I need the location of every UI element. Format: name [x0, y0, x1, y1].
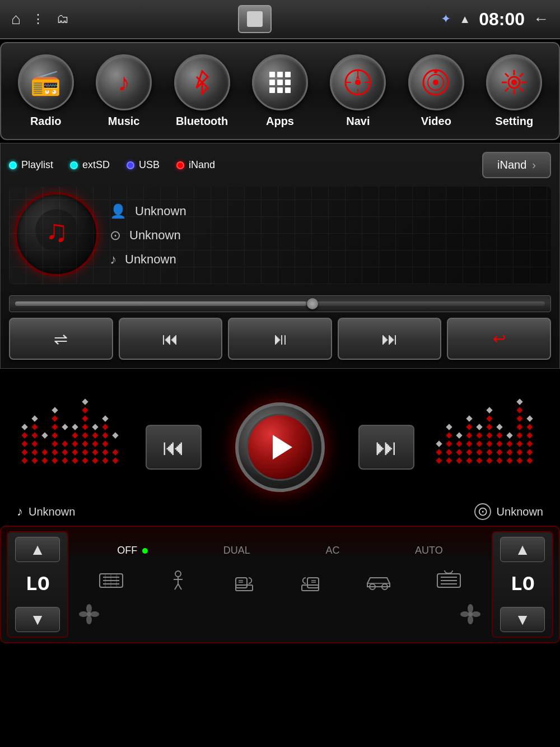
next-button[interactable]: ⏭ — [338, 318, 442, 360]
progress-track — [15, 301, 545, 306]
music-note-small-icon: ♪ — [17, 504, 23, 519]
svg-line-21 — [520, 73, 523, 77]
climate-auto-button[interactable]: AUTO — [409, 542, 449, 559]
play-pause-icon: ⏯ — [272, 330, 288, 349]
svg-rect-146 — [307, 578, 319, 588]
music-note-icon: ♫ — [34, 208, 79, 261]
active-source-label: iNand — [497, 159, 526, 171]
bottom-album-text: Unknown — [497, 505, 543, 518]
tab-extsd[interactable]: extSD — [70, 159, 110, 171]
source-arrow-icon: › — [532, 159, 536, 171]
car-ac-icon[interactable] — [365, 571, 393, 591]
home-icon[interactable]: ⌂ — [11, 10, 21, 28]
fan-right-icon[interactable] — [458, 602, 483, 627]
status-right: ✦ ▲ 08:00 ← — [441, 9, 549, 30]
stop-icon — [247, 11, 263, 27]
inand-dot — [176, 161, 184, 169]
radio-icon-circle: 📻 — [18, 54, 74, 110]
seat-heat-icon[interactable] — [167, 569, 189, 592]
climate-control: ▲ LO ▼ OFF DUAL AC AUTO — [0, 526, 560, 643]
right-down-arrow-icon: ▼ — [515, 611, 530, 629]
off-indicator-dot — [142, 548, 148, 554]
sidebar-item-setting[interactable]: Setting — [486, 54, 542, 128]
tab-playlist[interactable]: Playlist — [9, 159, 53, 171]
shuffle-button[interactable]: ⇌ — [9, 318, 113, 360]
bluetooth-nav-icon-circle — [174, 54, 230, 110]
previous-button[interactable]: ⏮ — [119, 318, 223, 360]
sidebar-item-bluetooth[interactable]: Bluetooth — [174, 54, 230, 128]
sidebar-item-radio[interactable]: 📻 Radio — [18, 54, 74, 128]
right-up-arrow-icon: ▲ — [515, 541, 530, 559]
sidebar-item-navi[interactable]: Navi — [330, 54, 386, 128]
extsd-label: extSD — [82, 159, 110, 171]
album-name: Unknown — [129, 228, 181, 243]
bottom-play-inner-circle — [246, 414, 314, 481]
stop-button[interactable] — [238, 5, 272, 33]
climate-dual-button[interactable]: DUAL — [218, 542, 256, 559]
inand-label: iNand — [189, 159, 215, 171]
music-label: Music — [108, 115, 140, 128]
tab-usb[interactable]: USB — [127, 159, 160, 171]
usb-dot — [127, 161, 134, 169]
fan-left-icon[interactable] — [77, 602, 102, 627]
svg-point-164 — [468, 615, 473, 624]
play-pause-button[interactable]: ⏯ — [228, 318, 332, 360]
svg-point-159 — [86, 615, 92, 624]
progress-thumb[interactable] — [307, 298, 318, 309]
right-temp-down-button[interactable]: ▼ — [500, 607, 545, 632]
music-icon: ♪ — [118, 68, 130, 96]
music-icon-circle: ♪ — [96, 54, 152, 110]
left-temp-control: ▲ LO ▼ — [7, 531, 68, 638]
track-title: Unknown — [125, 252, 176, 267]
status-bar: ⌂ ⋮ 🗂 ✦ ▲ 08:00 ← — [0, 0, 560, 39]
seat-heat-left-icon[interactable] — [233, 569, 255, 592]
navi-label: Navi — [346, 115, 370, 128]
svg-point-11 — [433, 80, 438, 85]
repeat-icon: ↩ — [493, 330, 506, 348]
climate-off-button[interactable]: OFF — [111, 542, 153, 559]
music-player: Playlist extSD USB iNand iNand › — [0, 143, 560, 369]
bottom-track-title: ♪ Unknown — [17, 503, 75, 520]
apps-grid-icon — [269, 72, 291, 93]
source-tabs-list: Playlist extSD USB iNand — [9, 159, 215, 171]
sidebar-item-music[interactable]: ♪ Music — [96, 54, 152, 128]
svg-marker-8 — [356, 74, 360, 80]
svg-point-158 — [86, 604, 92, 613]
back-button[interactable]: ← — [533, 10, 549, 28]
rear-defrost-icon[interactable] — [99, 569, 124, 592]
bottom-play-button[interactable] — [235, 402, 325, 492]
bottom-title-text: Unknown — [29, 505, 75, 518]
bottom-next-button[interactable]: ⏭ — [358, 425, 414, 470]
svg-line-140 — [175, 584, 178, 590]
left-temp-down-button[interactable]: ▼ — [15, 607, 60, 632]
progress-bar[interactable] — [9, 295, 551, 312]
sd-icon: 🗂 — [57, 12, 69, 26]
left-temp-up-button[interactable]: ▲ — [15, 537, 60, 562]
bottom-previous-button[interactable]: ⏮ — [146, 425, 202, 470]
menu-icon[interactable]: ⋮ — [32, 12, 45, 26]
svg-line-20 — [520, 88, 523, 91]
video-icon-circle — [408, 54, 464, 110]
sidebar-item-video[interactable]: Video — [408, 54, 464, 128]
repeat-button[interactable]: ↩ — [447, 318, 551, 360]
front-defrost-icon[interactable] — [436, 569, 461, 592]
disc-icon: ⊙ — [110, 228, 121, 243]
seat-heat-right-icon[interactable] — [299, 569, 321, 592]
right-temp-up-button[interactable]: ▲ — [500, 537, 545, 562]
climate-modes-row: OFF DUAL AC AUTO — [74, 539, 486, 562]
album-row: ⊙ Unknown — [110, 228, 545, 243]
extsd-dot — [70, 161, 78, 169]
climate-ac-button[interactable]: AC — [320, 542, 345, 559]
climate-icons-row — [74, 567, 486, 595]
svg-line-19 — [505, 73, 508, 77]
svg-point-165 — [460, 611, 469, 617]
tab-inand[interactable]: iNand — [176, 159, 215, 171]
sidebar-item-apps[interactable]: Apps — [252, 54, 308, 128]
svg-line-22 — [505, 88, 508, 91]
radio-icon: 📻 — [30, 68, 61, 97]
left-temp-value: LO — [25, 573, 49, 596]
active-source-button[interactable]: iNand › — [482, 152, 551, 178]
track-details: 👤 Unknown ⊙ Unknown ♪ Unknown — [110, 192, 545, 279]
svg-point-12 — [434, 70, 437, 73]
status-center[interactable] — [238, 5, 272, 33]
